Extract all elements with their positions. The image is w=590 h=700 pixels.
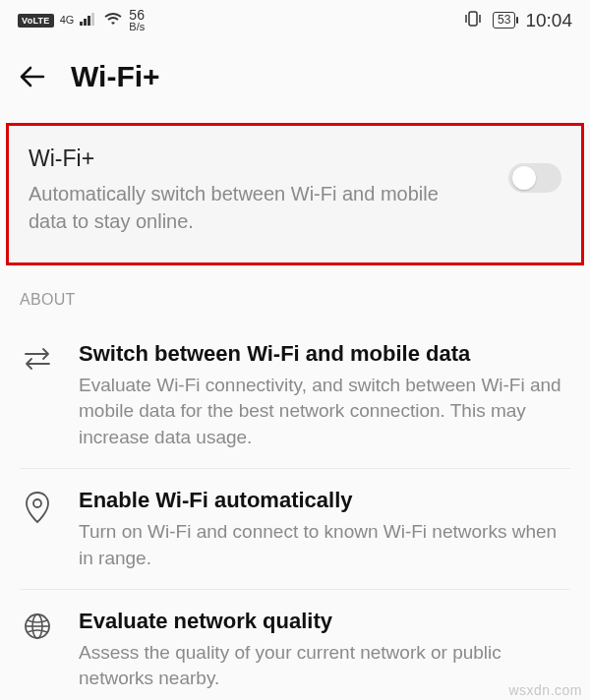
svg-point-7 [33, 499, 41, 507]
watermark: wsxdn.com [508, 682, 582, 698]
volte-badge: VoLTE [18, 14, 54, 28]
speed-unit: B/s [129, 22, 145, 32]
item-title: Evaluate network quality [79, 608, 570, 636]
vibrate-icon [463, 11, 483, 29]
item-title: Enable Wi-Fi automatically [79, 487, 570, 515]
location-icon [20, 491, 55, 524]
about-item-switch[interactable]: Switch between Wi-Fi and mobile data Eva… [20, 322, 570, 468]
about-list: Switch between Wi-Fi and mobile data Eva… [0, 322, 590, 700]
svg-rect-2 [88, 16, 90, 26]
net-speed: 56 B/s [129, 8, 145, 32]
about-item-evaluate[interactable]: Evaluate network quality Assess the qual… [20, 589, 570, 700]
back-arrow-icon [18, 62, 47, 91]
item-body: Switch between Wi-Fi and mobile data Eva… [79, 340, 570, 450]
page-title: Wi-Fi+ [71, 60, 160, 93]
svg-rect-0 [80, 22, 83, 26]
card-title: Wi-Fi+ [29, 146, 493, 172]
item-desc: Turn on Wi-Fi and connect to known Wi-Fi… [79, 519, 570, 571]
about-item-enable[interactable]: Enable Wi-Fi automatically Turn on Wi-Fi… [20, 468, 570, 589]
item-body: Evaluate network quality Assess the qual… [79, 608, 570, 692]
clock: 10:04 [525, 10, 572, 31]
status-bar: VoLTE 4G 56 B/s 53 10:04 [0, 0, 590, 38]
item-title: Switch between Wi-Fi and mobile data [79, 340, 570, 369]
item-desc: Assess the quality of your current netwo… [79, 640, 570, 692]
globe-icon [20, 612, 55, 641]
battery-indicator: 53 [493, 12, 515, 29]
toggle-knob [512, 166, 536, 190]
header: Wi-Fi+ [0, 38, 590, 123]
svg-rect-4 [469, 12, 477, 26]
back-button[interactable] [18, 62, 47, 91]
svg-rect-3 [91, 13, 94, 26]
swap-icon [20, 344, 55, 372]
signal-icon [80, 12, 97, 29]
wifi-plus-toggle[interactable] [508, 163, 561, 193]
svg-rect-1 [84, 19, 87, 26]
net-4g-label: 4G [60, 15, 75, 26]
status-right: 53 10:04 [463, 10, 572, 31]
section-label-about: ABOUT [0, 265, 590, 322]
item-body: Enable Wi-Fi automatically Turn on Wi-Fi… [79, 487, 570, 571]
status-left: VoLTE 4G 56 B/s [18, 8, 145, 32]
item-desc: Evaluate Wi-Fi connectivity, and switch … [79, 373, 570, 451]
wifi-icon [103, 12, 123, 29]
wifi-plus-toggle-card: Wi-Fi+ Automatically switch between Wi-F… [6, 123, 584, 265]
card-desc: Automatically switch between Wi-Fi and m… [29, 180, 442, 235]
card-text: Wi-Fi+ Automatically switch between Wi-F… [29, 146, 493, 235]
